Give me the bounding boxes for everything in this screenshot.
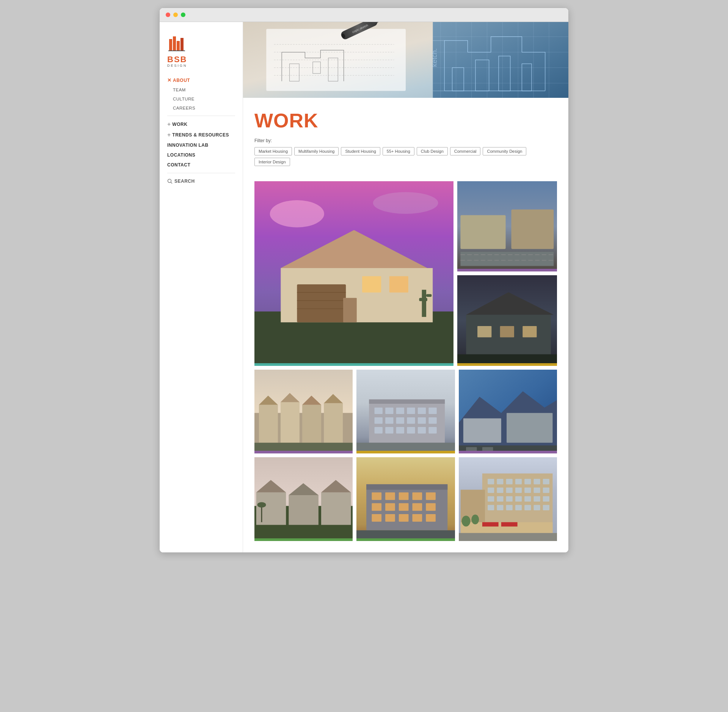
project-card-9[interactable]	[459, 457, 557, 541]
bsb-logo-icon	[167, 33, 186, 52]
project-svg-3	[457, 275, 557, 365]
svg-rect-145	[497, 479, 503, 484]
svg-rect-155	[524, 488, 531, 493]
filter-student-housing[interactable]: Student Housing	[341, 147, 380, 155]
svg-rect-93	[396, 417, 404, 423]
sidebar-item-about[interactable]: ✕ ABOUT	[160, 75, 243, 85]
svg-rect-149	[533, 479, 540, 484]
svg-rect-92	[385, 417, 393, 423]
svg-rect-76	[324, 403, 343, 442]
svg-rect-133	[426, 503, 436, 511]
project-svg-4	[254, 370, 353, 453]
svg-rect-4	[168, 50, 185, 51]
svg-rect-113	[256, 492, 286, 525]
work-title: WORK	[254, 109, 557, 132]
project-card-6[interactable]	[459, 370, 557, 453]
logo-area: BSB DESIGN	[160, 30, 243, 75]
nav-divider-2	[167, 173, 235, 173]
svg-rect-128	[426, 492, 436, 500]
sidebar-item-team[interactable]: TEAM	[160, 85, 243, 94]
svg-rect-100	[407, 427, 415, 433]
hero-background: copic.sketch	[243, 22, 568, 98]
svg-rect-161	[515, 496, 522, 502]
svg-rect-147	[515, 479, 522, 484]
svg-rect-130	[385, 503, 395, 511]
svg-line-6	[171, 182, 173, 184]
svg-rect-168	[515, 505, 522, 510]
sidebar-item-locations[interactable]: LOCATIONS	[160, 150, 243, 160]
sidebar-item-innovation[interactable]: INNOVATION LAB	[160, 140, 243, 150]
sidebar-item-work[interactable]: + WORK	[160, 119, 243, 130]
svg-rect-95	[418, 417, 426, 423]
svg-text:ketch.: ketch.	[430, 48, 438, 67]
project-svg-9	[459, 457, 557, 541]
svg-rect-68	[500, 326, 514, 337]
sidebar-item-careers[interactable]: CAREERS	[160, 104, 243, 113]
close-button[interactable]	[166, 13, 170, 17]
filter-club-design[interactable]: Club Design	[417, 147, 448, 155]
work-label: WORK	[172, 122, 187, 127]
filter-community-design[interactable]: Community Design	[483, 147, 526, 155]
search-button[interactable]: SEARCH	[160, 176, 243, 186]
svg-rect-61	[461, 252, 554, 266]
maximize-button[interactable]	[181, 13, 185, 17]
project-image-9	[459, 457, 557, 541]
project-image-1	[254, 181, 453, 366]
grid-row-2	[254, 370, 557, 453]
sidebar-item-contact[interactable]: CONTACT	[160, 160, 243, 170]
hero-illustration: copic.sketch	[243, 22, 568, 98]
filter-55-housing[interactable]: 55+ Housing	[383, 147, 414, 155]
svg-rect-169	[524, 505, 531, 510]
svg-rect-67	[477, 326, 491, 337]
project-image-4	[254, 370, 353, 453]
minimize-button[interactable]	[173, 13, 178, 17]
svg-rect-91	[375, 417, 383, 423]
project-7-stripe	[254, 538, 353, 541]
svg-rect-135	[385, 514, 395, 522]
hero-banner: copic.sketch	[243, 22, 568, 98]
svg-rect-52	[362, 276, 381, 293]
project-8-stripe	[356, 538, 455, 541]
project-image-5	[356, 370, 455, 453]
svg-rect-1	[173, 36, 176, 50]
svg-rect-96	[429, 417, 437, 423]
project-card-1[interactable]	[254, 181, 453, 366]
project-3-stripe	[457, 363, 557, 366]
nav-divider-1	[167, 116, 235, 116]
svg-rect-85	[375, 408, 383, 414]
svg-point-44	[373, 192, 438, 214]
svg-rect-75	[302, 405, 321, 443]
svg-rect-73	[259, 405, 278, 443]
svg-rect-3	[180, 38, 184, 50]
project-card-7[interactable]	[254, 457, 353, 541]
sidebar: BSB DESIGN ✕ ABOUT TEAM CULTURE CAREERS …	[160, 22, 243, 552]
svg-rect-55	[422, 290, 426, 317]
main-content: copic.sketch	[243, 22, 568, 552]
svg-rect-136	[399, 514, 409, 522]
svg-rect-123	[366, 484, 447, 489]
svg-rect-154	[515, 488, 522, 493]
svg-rect-84	[369, 399, 445, 403]
filter-commercial[interactable]: Commercial	[450, 147, 481, 155]
project-svg-1	[254, 181, 453, 366]
trends-label: TRENDS & RESOURCES	[172, 132, 229, 138]
browser-window: BSB DESIGN ✕ ABOUT TEAM CULTURE CAREERS …	[159, 8, 569, 553]
filter-market-housing[interactable]: Market Housing	[254, 147, 292, 155]
sidebar-item-culture[interactable]: CULTURE	[160, 94, 243, 104]
project-card-8[interactable]	[356, 457, 455, 541]
svg-rect-94	[407, 417, 415, 423]
project-card-4[interactable]	[254, 370, 353, 453]
sidebar-item-trends[interactable]: + TRENDS & RESOURCES	[160, 130, 243, 140]
filter-multifamily-housing[interactable]: Multifamily Housing	[294, 147, 339, 155]
about-x-icon: ✕	[167, 77, 171, 83]
svg-rect-98	[385, 427, 393, 433]
project-card-2[interactable]	[457, 181, 557, 271]
project-svg-8	[356, 457, 455, 541]
filter-interior-design[interactable]: Interior Design	[254, 158, 290, 166]
project-card-3[interactable]	[457, 275, 557, 365]
project-card-5[interactable]	[356, 370, 455, 453]
svg-rect-48	[297, 284, 346, 322]
svg-rect-8	[266, 29, 406, 91]
svg-rect-158	[488, 496, 494, 502]
svg-point-120	[257, 502, 266, 507]
